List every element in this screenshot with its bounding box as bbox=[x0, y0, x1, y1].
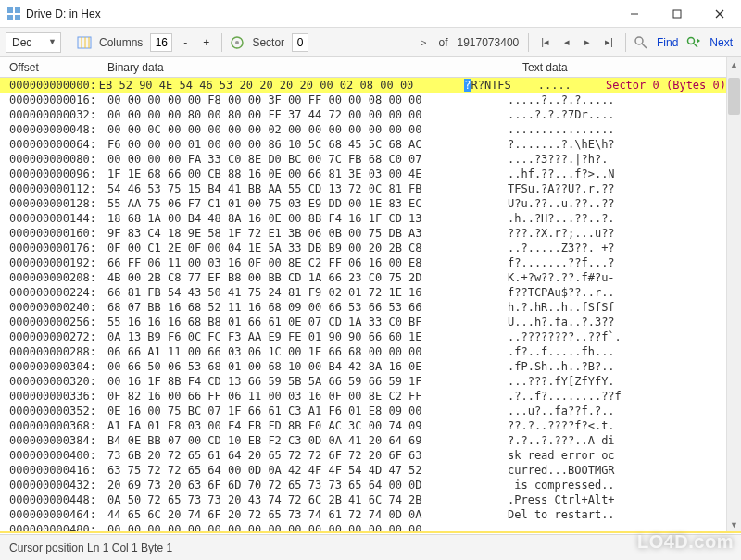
scroll-down-button[interactable]: ▼ bbox=[727, 517, 741, 532]
bytes-cell[interactable]: A1 FA 01 E8 03 00 F4 EB FD 8B F0 AC 3C 0… bbox=[107, 418, 508, 433]
bytes-cell[interactable]: 00 66 50 06 53 68 01 00 68 10 00 B4 42 8… bbox=[107, 359, 508, 374]
text-cell[interactable]: U?u.??..u.??..?? bbox=[508, 196, 628, 211]
hex-viewer[interactable]: 000000000000:EB 52 90 4E 54 46 53 20 20 … bbox=[0, 78, 726, 532]
hex-row[interactable]: 000000000320:00 16 1F 8B F4 CD 13 66 59 … bbox=[0, 374, 726, 389]
hex-row[interactable]: 000000000000:EB 52 90 4E 54 46 53 20 20 … bbox=[0, 78, 726, 93]
bytes-cell[interactable]: 00 16 1F 8B F4 CD 13 66 59 5B 5A 66 59 6… bbox=[107, 374, 508, 389]
bytes-cell[interactable]: 66 81 FB 54 43 50 41 75 24 81 F9 02 01 7… bbox=[107, 285, 508, 300]
hex-row[interactable]: 000000000288:06 66 A1 11 00 66 03 06 1C … bbox=[0, 344, 726, 359]
text-cell[interactable]: ...u?..fa??f.?.. bbox=[508, 404, 628, 418]
bytes-cell[interactable]: 1F 1E 68 66 00 CB 88 16 0E 00 66 81 3E 0… bbox=[107, 167, 508, 181]
bytes-cell[interactable]: 44 65 6C 20 74 6F 20 72 65 73 74 61 72 7… bbox=[107, 507, 508, 522]
sector-input[interactable] bbox=[292, 33, 308, 52]
hex-row[interactable]: 000000000160:9F 83 C4 18 9E 58 1F 72 E1 … bbox=[0, 226, 726, 241]
hex-row[interactable]: 000000000240:68 07 BB 16 68 52 11 16 68 … bbox=[0, 300, 726, 315]
hex-row[interactable]: 000000000224:66 81 FB 54 43 50 41 75 24 … bbox=[0, 285, 726, 300]
mode-select[interactable]: Dec ▼ bbox=[6, 32, 61, 53]
bytes-cell[interactable]: 68 07 BB 16 68 52 11 16 68 09 00 66 53 6… bbox=[107, 300, 508, 315]
scroll-up-button[interactable]: ▲ bbox=[727, 57, 741, 72]
text-cell[interactable]: .h..?H?...??..?. bbox=[508, 211, 628, 226]
text-cell[interactable]: .f?..f.....fh... bbox=[508, 344, 628, 359]
bytes-cell[interactable]: 55 AA 75 06 F7 C1 01 00 75 03 E9 DD 00 1… bbox=[107, 196, 508, 211]
hex-row[interactable]: 000000000192:66 FF 06 11 00 03 16 0F 00 … bbox=[0, 255, 726, 270]
text-cell[interactable]: U...h?.fa..?.3?? bbox=[508, 315, 628, 330]
hex-row[interactable]: 000000000032:00 00 00 00 80 00 80 00 FF … bbox=[0, 107, 726, 122]
hex-row[interactable]: 000000000272:0A 13 B9 F6 0C FC F3 AA E9 … bbox=[0, 330, 726, 344]
hex-row[interactable]: 000000000384:B4 0E BB 07 00 CD 10 EB F2 … bbox=[0, 433, 726, 448]
bytes-cell[interactable]: 54 46 53 75 15 B4 41 BB AA 55 CD 13 72 0… bbox=[107, 181, 508, 196]
bytes-cell[interactable]: 18 68 1A 00 B4 48 8A 16 0E 00 8B F4 16 1… bbox=[107, 211, 508, 226]
hex-row[interactable]: 000000000400:73 6B 20 72 65 61 64 20 65 … bbox=[0, 448, 726, 463]
hex-row[interactable]: 000000000128:55 AA 75 06 F7 C1 01 00 75 … bbox=[0, 196, 726, 211]
hex-row[interactable]: 000000000144:18 68 1A 00 B4 48 8A 16 0E … bbox=[0, 211, 726, 226]
nav-next-button[interactable]: ▸ bbox=[580, 33, 595, 52]
text-cell[interactable]: ..hf.??...f?>..N bbox=[508, 167, 628, 181]
nav-last-button[interactable]: ▸| bbox=[600, 33, 618, 52]
bytes-cell[interactable]: 00 00 0C 00 00 00 00 00 02 00 00 00 00 0… bbox=[107, 122, 508, 137]
bytes-cell[interactable]: 00 00 00 00 FA 33 C0 8E D0 BC 00 7C FB 6… bbox=[107, 152, 508, 167]
bytes-cell[interactable]: 00 00 00 00 80 00 80 00 FF 37 44 72 00 0… bbox=[107, 107, 508, 122]
hex-row[interactable]: 000000000112:54 46 53 75 15 B4 41 BB AA … bbox=[0, 181, 726, 196]
nav-prev-button[interactable]: ◂ bbox=[559, 33, 574, 52]
bytes-cell[interactable]: B4 0E BB 07 00 CD 10 EB F2 C3 0D 0A 41 2… bbox=[107, 433, 508, 448]
bytes-cell[interactable]: 63 75 72 72 65 64 00 0D 0A 42 4F 4F 54 4… bbox=[107, 463, 508, 478]
hex-row[interactable]: 000000000432:20 69 73 20 63 6F 6D 70 72 … bbox=[0, 478, 726, 492]
text-cell[interactable]: is compressed.. bbox=[508, 478, 628, 492]
bytes-cell[interactable]: 9F 83 C4 18 9E 58 1F 72 E1 3B 06 0B 00 7… bbox=[107, 226, 508, 241]
bytes-cell[interactable]: 00 00 00 00 00 F8 00 00 3F 00 FF 00 00 0… bbox=[107, 93, 508, 107]
hex-row[interactable]: 000000000464:44 65 6C 20 74 6F 20 72 65 … bbox=[0, 507, 726, 522]
sector-goto-button[interactable]: > bbox=[416, 33, 431, 52]
hex-row[interactable]: 000000000208:4B 00 2B C8 77 EF B8 00 BB … bbox=[0, 270, 726, 285]
bytes-cell[interactable]: 73 6B 20 72 65 61 64 20 65 72 72 6F 72 2… bbox=[107, 448, 508, 463]
text-cell[interactable]: .fP.Sh..h..?B?.. bbox=[508, 359, 628, 374]
hex-row[interactable]: 000000000416:63 75 72 72 65 64 00 0D 0A … bbox=[0, 463, 726, 478]
bytes-cell[interactable]: 0F 82 16 00 66 FF 06 11 00 03 16 0F 00 8… bbox=[107, 389, 508, 404]
nav-first-button[interactable]: |◂ bbox=[536, 33, 554, 52]
vertical-scrollbar[interactable]: ▲ ▼ bbox=[726, 57, 741, 532]
window-close-button[interactable] bbox=[698, 0, 741, 28]
hex-row[interactable]: 000000000368:A1 FA 01 E8 03 00 F4 EB FD … bbox=[0, 418, 726, 433]
bytes-cell[interactable]: 0A 50 72 65 73 73 20 43 74 72 6C 2B 41 6… bbox=[107, 492, 508, 507]
text-cell[interactable]: ....?3???.|?h?. bbox=[508, 152, 628, 167]
text-cell[interactable]: Del to restart.. bbox=[508, 507, 628, 522]
hex-row[interactable]: 000000000176:0F 00 C1 2E 0F 00 04 1E 5A … bbox=[0, 241, 726, 255]
hex-row[interactable]: 000000000352:0E 16 00 75 BC 07 1F 66 61 … bbox=[0, 404, 726, 418]
hex-row[interactable]: 000000000048:00 00 0C 00 00 00 00 00 02 … bbox=[0, 122, 726, 137]
bytes-cell[interactable]: 0F 00 C1 2E 0F 00 04 1E 5A 33 DB B9 00 2… bbox=[107, 241, 508, 255]
find-button[interactable]: Find bbox=[654, 33, 681, 52]
text-cell[interactable]: ...???.fY[ZfYfY. bbox=[508, 374, 628, 389]
next-button[interactable]: Next bbox=[707, 33, 735, 52]
bytes-cell[interactable]: F6 00 00 00 01 00 00 00 86 10 5C 68 45 5… bbox=[107, 137, 508, 152]
hex-row[interactable]: 000000000064:F6 00 00 00 01 00 00 00 86 … bbox=[0, 137, 726, 152]
text-cell[interactable]: curred...BOOTMGR bbox=[508, 463, 628, 478]
text-cell[interactable]: .....?..?.?..... bbox=[508, 93, 628, 107]
text-cell[interactable]: K.+?w??.??.f#?u- bbox=[508, 270, 628, 285]
bytes-cell[interactable]: 4B 00 2B C8 77 EF B8 00 BB CD 1A 66 23 C… bbox=[107, 270, 508, 285]
text-cell[interactable]: .Press Ctrl+Alt+ bbox=[508, 492, 628, 507]
text-cell[interactable]: TFSu.?A??U?.r.?? bbox=[508, 181, 628, 196]
text-cell[interactable]: ?.?..?.???..A di bbox=[508, 433, 628, 448]
text-cell[interactable]: ....?.?.?7Dr.... bbox=[508, 107, 628, 122]
bytes-cell[interactable]: EB 52 90 4E 54 46 53 20 20 20 20 00 02 0… bbox=[99, 78, 464, 93]
text-cell[interactable]: f?.......??f...? bbox=[508, 255, 628, 270]
bytes-cell[interactable]: 20 69 73 20 63 6F 6D 70 72 65 73 73 65 6… bbox=[107, 478, 508, 492]
text-cell[interactable]: ..?.....Z3??. +? bbox=[508, 241, 628, 255]
window-maximize-button[interactable] bbox=[656, 0, 698, 28]
text-cell[interactable]: .?..f?........??f bbox=[508, 389, 628, 404]
columns-increase-button[interactable]: + bbox=[198, 33, 214, 52]
text-cell[interactable]: ?R?NTFS ..... bbox=[464, 78, 574, 93]
hex-row[interactable]: 000000000096:1F 1E 68 66 00 CB 88 16 0E … bbox=[0, 167, 726, 181]
hex-row[interactable]: 000000000016:00 00 00 00 00 F8 00 00 3F … bbox=[0, 93, 726, 107]
text-cell[interactable]: ??.?..????f?<.t. bbox=[508, 418, 628, 433]
window-minimize-button[interactable] bbox=[613, 0, 656, 28]
text-cell[interactable]: ................ bbox=[508, 122, 628, 137]
text-cell[interactable]: f??TCPAu$??..r.. bbox=[508, 285, 628, 300]
text-cell[interactable]: h.?.hR..h..fSfSf bbox=[508, 300, 628, 315]
columns-decrease-button[interactable]: - bbox=[178, 33, 193, 52]
text-cell[interactable]: ..????????..??f`. bbox=[508, 330, 628, 344]
hex-row[interactable]: 000000000256:55 16 16 16 68 B8 01 66 61 … bbox=[0, 315, 726, 330]
bytes-cell[interactable]: 66 FF 06 11 00 03 16 0F 00 8E C2 FF 06 1… bbox=[107, 255, 508, 270]
text-cell[interactable]: ?.......?.\hE\h? bbox=[508, 137, 628, 152]
scroll-thumb[interactable] bbox=[728, 78, 740, 115]
hex-row[interactable]: 000000000080:00 00 00 00 FA 33 C0 8E D0 … bbox=[0, 152, 726, 167]
